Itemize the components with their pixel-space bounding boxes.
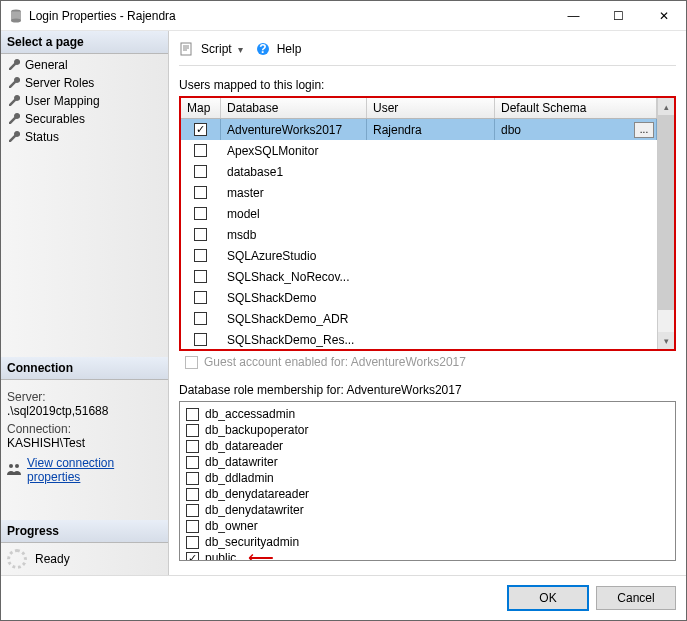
role-checkbox[interactable] — [186, 408, 199, 421]
table-row[interactable]: SQLShack_NoRecov... — [181, 266, 657, 287]
role-checkbox[interactable] — [186, 440, 199, 453]
maximize-button[interactable]: ☐ — [596, 1, 641, 30]
table-row[interactable]: database1 — [181, 161, 657, 182]
ok-button[interactable]: OK — [508, 586, 588, 610]
wrench-icon — [7, 59, 20, 72]
view-connection-properties-link[interactable]: View connection properties — [27, 456, 162, 484]
map-checkbox[interactable] — [194, 312, 207, 325]
schema-cell — [495, 287, 657, 308]
table-row[interactable]: SQLAzureStudio — [181, 245, 657, 266]
schema-browse-button[interactable]: ... — [634, 122, 654, 138]
page-item-label: Securables — [25, 112, 85, 126]
schema-cell — [495, 329, 657, 349]
page-item-general[interactable]: General — [1, 56, 168, 74]
map-checkbox[interactable] — [194, 270, 207, 283]
select-page-header: Select a page — [1, 31, 168, 54]
scroll-down-button[interactable]: ▾ — [658, 332, 674, 349]
role-checkbox[interactable] — [186, 456, 199, 469]
map-checkbox[interactable] — [194, 186, 207, 199]
user-cell — [367, 140, 495, 161]
wrench-icon — [7, 77, 20, 90]
user-cell — [367, 161, 495, 182]
wrench-icon — [7, 95, 20, 108]
table-row[interactable]: SQLShackDemo_ADR — [181, 308, 657, 329]
page-item-server-roles[interactable]: Server Roles — [1, 74, 168, 92]
table-row[interactable]: AdventureWorks2017Rajendradbo... — [181, 119, 657, 140]
table-row[interactable]: ApexSQLMonitor — [181, 140, 657, 161]
role-item[interactable]: db_ddladmin — [186, 470, 669, 486]
role-checkbox[interactable] — [186, 536, 199, 549]
content-panel: Script ▾ ? Help Users mapped to this log… — [169, 31, 686, 575]
users-mapped-grid: Map Database User Default Schema Adventu… — [179, 96, 676, 351]
server-value: .\sql2019ctp,51688 — [7, 404, 162, 418]
role-membership-label: Database role membership for: AdventureW… — [179, 383, 676, 397]
wrench-icon — [7, 113, 20, 126]
col-database[interactable]: Database — [221, 98, 367, 118]
role-item[interactable]: db_denydatareader — [186, 486, 669, 502]
role-checkbox[interactable] — [186, 488, 199, 501]
script-dropdown[interactable]: ▾ — [238, 44, 243, 55]
minimize-button[interactable]: — — [551, 1, 596, 30]
map-checkbox[interactable] — [194, 249, 207, 262]
grid-scrollbar[interactable]: ▴ ▾ — [657, 98, 674, 349]
role-item[interactable]: db_datareader — [186, 438, 669, 454]
map-checkbox[interactable] — [194, 228, 207, 241]
map-checkbox[interactable] — [194, 291, 207, 304]
page-item-user-mapping[interactable]: User Mapping — [1, 92, 168, 110]
svg-point-2 — [11, 18, 21, 22]
schema-cell — [495, 182, 657, 203]
page-item-securables[interactable]: Securables — [1, 110, 168, 128]
db-cell: SQLShack_NoRecov... — [221, 266, 367, 287]
progress-header: Progress — [1, 520, 168, 543]
people-icon — [7, 463, 21, 478]
map-checkbox[interactable] — [194, 207, 207, 220]
role-item[interactable]: db_datawriter — [186, 454, 669, 470]
role-item[interactable]: db_denydatawriter — [186, 502, 669, 518]
server-label: Server: — [7, 390, 162, 404]
table-row[interactable]: model — [181, 203, 657, 224]
table-row[interactable]: SQLShackDemo — [181, 287, 657, 308]
table-row[interactable]: master — [181, 182, 657, 203]
col-user[interactable]: User — [367, 98, 495, 118]
role-item[interactable]: db_owner — [186, 518, 669, 534]
map-checkbox[interactable] — [194, 165, 207, 178]
close-button[interactable]: ✕ — [641, 1, 686, 30]
role-name: db_owner — [205, 519, 258, 533]
svg-rect-5 — [181, 43, 191, 55]
role-checkbox[interactable] — [186, 552, 199, 562]
role-name: db_securityadmin — [205, 535, 299, 549]
db-cell: SQLShackDemo_Res... — [221, 329, 367, 349]
user-cell — [367, 203, 495, 224]
role-checkbox[interactable] — [186, 424, 199, 437]
db-cell: SQLAzureStudio — [221, 245, 367, 266]
schema-cell — [495, 245, 657, 266]
role-item[interactable]: db_accessadmin — [186, 406, 669, 422]
table-row[interactable]: SQLShackDemo_Res... — [181, 329, 657, 349]
svg-point-4 — [15, 464, 19, 468]
page-item-status[interactable]: Status — [1, 128, 168, 146]
guest-account-row: Guest account enabled for: AdventureWork… — [185, 355, 676, 369]
role-item[interactable]: db_backupoperator — [186, 422, 669, 438]
help-button[interactable]: Help — [277, 42, 302, 56]
role-checkbox[interactable] — [186, 504, 199, 517]
map-checkbox[interactable] — [194, 123, 207, 136]
col-map[interactable]: Map — [181, 98, 221, 118]
script-icon — [179, 41, 195, 57]
scroll-up-button[interactable]: ▴ — [658, 98, 674, 115]
map-checkbox[interactable] — [194, 144, 207, 157]
col-default-schema[interactable]: Default Schema — [495, 98, 657, 118]
map-checkbox[interactable] — [194, 333, 207, 346]
page-item-label: User Mapping — [25, 94, 100, 108]
role-item[interactable]: public⟵ — [186, 550, 669, 561]
table-row[interactable]: msdb — [181, 224, 657, 245]
page-item-label: Status — [25, 130, 59, 144]
scroll-thumb[interactable] — [658, 115, 674, 310]
cancel-button[interactable]: Cancel — [596, 586, 676, 610]
connection-label: Connection: — [7, 422, 162, 436]
role-checkbox[interactable] — [186, 472, 199, 485]
user-cell — [367, 224, 495, 245]
db-cell: SQLShackDemo_ADR — [221, 308, 367, 329]
schema-cell — [495, 224, 657, 245]
role-checkbox[interactable] — [186, 520, 199, 533]
script-button[interactable]: Script — [201, 42, 232, 56]
